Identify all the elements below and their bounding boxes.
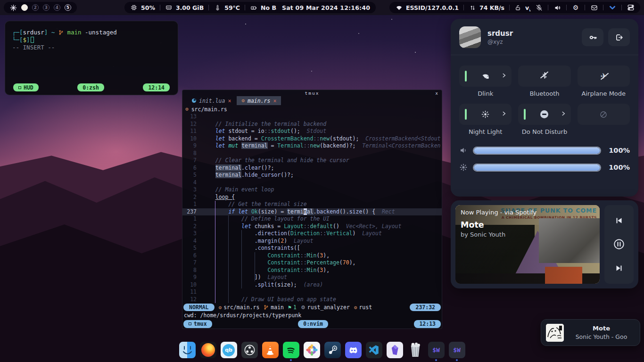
- dock-vscode[interactable]: [366, 342, 382, 361]
- git-branch-icon: [264, 304, 269, 310]
- cursor-position: 237:32: [410, 304, 441, 311]
- workspace-1[interactable]: [21, 4, 28, 11]
- volume-slider[interactable]: [473, 147, 601, 155]
- dock-obs[interactable]: [241, 342, 258, 361]
- scope-guide: [215, 201, 215, 303]
- toggle-airplane-mode[interactable]: ✈: [578, 66, 630, 87]
- window-close-button[interactable]: x: [435, 90, 438, 96]
- terminal-window[interactable]: ┌─[srdusr] ~ main -unstaged └─[$] -- INS…: [5, 21, 178, 95]
- dock-steam[interactable]: [324, 342, 341, 361]
- minus-circle-icon: [540, 110, 548, 118]
- workspace-2[interactable]: 2: [32, 4, 39, 11]
- chevron-down-icon[interactable]: [609, 4, 616, 11]
- dock-qbittorrent[interactable]: qb: [221, 342, 237, 361]
- workspace-4[interactable]: 4: [54, 4, 60, 11]
- flag-icon: ⚑: [288, 304, 291, 311]
- pause-button[interactable]: [610, 235, 628, 254]
- statusline-flag: ⚑1: [288, 304, 297, 311]
- dock-trash[interactable]: [407, 342, 424, 361]
- dock-sw-dollar-1[interactable]: $W: [428, 342, 445, 361]
- notification-title: Mote: [568, 325, 635, 332]
- code-line: 7 Constraint::Percentage(70),: [182, 259, 442, 267]
- code-line: 8 Constraint::Min(3),: [182, 267, 442, 274]
- media-notification[interactable]: Mote Sonic Youth - Goo: [541, 319, 640, 346]
- toggle-bluetooth[interactable]: [518, 66, 570, 87]
- username: srdusr: [487, 29, 513, 38]
- avatar: [459, 26, 481, 48]
- chevron-right-icon: [501, 72, 507, 79]
- tmux-session-pill[interactable]: tmux: [183, 320, 212, 328]
- brightness-icon: [459, 163, 468, 172]
- lock-keys-button[interactable]: [582, 28, 603, 46]
- dock-spotify[interactable]: [283, 342, 299, 361]
- toggle-night-light[interactable]: [459, 104, 512, 125]
- discord-icon: [345, 342, 362, 358]
- dock-discord[interactable]: [345, 342, 362, 361]
- workspace-pill: 2 3 4 5: [4, 2, 77, 13]
- toggle-do-not-disturb[interactable]: [518, 104, 570, 125]
- slider-fill: [474, 165, 600, 171]
- tmux-session-pill[interactable]: HUD: [13, 83, 39, 91]
- settings-gear-icon[interactable]: ⚙: [572, 4, 579, 11]
- indent-guide: [228, 215, 229, 303]
- distro-logo-icon[interactable]: [9, 4, 17, 11]
- mail-icon[interactable]: [590, 4, 598, 11]
- toggles-icon[interactable]: [627, 4, 635, 11]
- clock[interactable]: Sat 09 Mar 2024 12:16:40: [276, 2, 376, 13]
- dock-sw-dollar-2[interactable]: $W: [449, 342, 465, 361]
- workspace-5[interactable]: 5: [65, 4, 71, 11]
- brightness-slider[interactable]: [473, 164, 601, 172]
- qbittorrent-icon: qb: [221, 342, 237, 358]
- mic-muted-icon[interactable]: [535, 4, 543, 11]
- photos-icon: [304, 342, 320, 358]
- statusline-language: ⚙rust: [354, 304, 372, 311]
- next-track-button[interactable]: [610, 259, 628, 278]
- toggle-dlink[interactable]: [459, 66, 512, 87]
- dock-photos[interactable]: [304, 342, 320, 361]
- code-line: 5 terminal.hide_cursor()?;: [182, 172, 442, 179]
- workspace-3[interactable]: 3: [43, 4, 50, 11]
- sw-dollar-icon: $W: [428, 342, 445, 358]
- tab-init-lua[interactable]: init.lua ×: [187, 96, 236, 105]
- dock-file-manager[interactable]: [179, 342, 196, 361]
- tmux-status-bar: HUD 0:zsh 12:14: [5, 83, 178, 91]
- system-stats-pill: 50% 3.00 GiB 59°C No Bat: [124, 2, 289, 13]
- memory-value: 3.00 GiB: [176, 4, 204, 11]
- brightness-slider-row: 100%: [459, 160, 630, 174]
- logout-button[interactable]: [608, 28, 630, 46]
- chevron-right-icon: [560, 110, 567, 117]
- tmux-window-pill[interactable]: 0:zsh: [77, 83, 104, 91]
- volume-icon[interactable]: [553, 4, 561, 11]
- dock-obsidian[interactable]: [387, 342, 403, 361]
- cwd-line: cwd: /home/srdusr/projects/typerpunk: [182, 312, 442, 319]
- code-line: 2 let chunks = Layout::default() Vec<Rec…: [182, 223, 442, 230]
- tab-close-icon[interactable]: ×: [228, 98, 231, 104]
- tmux-window-pill[interactable]: 0:nvim: [298, 320, 328, 328]
- prompt-line-2: └─[$]: [12, 36, 178, 44]
- editor-winbar: ⚙ src/main.rs: [182, 105, 442, 113]
- tab-main-rs[interactable]: ⚙ main.rs ×: [237, 96, 281, 105]
- code-line: 9 ]) Layout: [182, 274, 442, 281]
- system-tray: ⚙: [529, 2, 640, 13]
- session-icon: [189, 322, 191, 325]
- code-line: 1 // Define layout for the UI: [182, 215, 442, 223]
- top-status-bar: 2 3 4 5 50% 3.00 GiB 59°C No Bat: [0, 0, 644, 15]
- tab-close-icon[interactable]: ×: [273, 98, 276, 104]
- media-player-card: SHAPE OF PUNK TO COME A CHIMERICAL BOMBI…: [451, 200, 638, 288]
- rust-icon: ⚙: [241, 98, 245, 104]
- previous-track-button[interactable]: [610, 211, 628, 230]
- chevron-right-icon: [501, 110, 507, 117]
- file-manager-icon: [179, 342, 196, 358]
- unlocked-icon: [514, 4, 522, 11]
- code-area[interactable]: 1312 // Initialize the terminal backend1…: [182, 113, 442, 303]
- active-indicator: [524, 109, 526, 120]
- toggle-label: Dlink: [459, 90, 512, 98]
- code-line: 2 loop {: [182, 194, 442, 201]
- dock-firefox[interactable]: [200, 342, 216, 361]
- dock-vlc[interactable]: [262, 342, 279, 361]
- editor-window[interactable]: tmux x init.lua × ⚙ main.rs × ⚙ src/main…: [182, 90, 442, 329]
- brightness-value: 100%: [606, 164, 630, 171]
- toggle-blocked[interactable]: [578, 104, 630, 125]
- notification-album-art: [546, 324, 564, 342]
- gear-icon: ⚙: [301, 305, 305, 310]
